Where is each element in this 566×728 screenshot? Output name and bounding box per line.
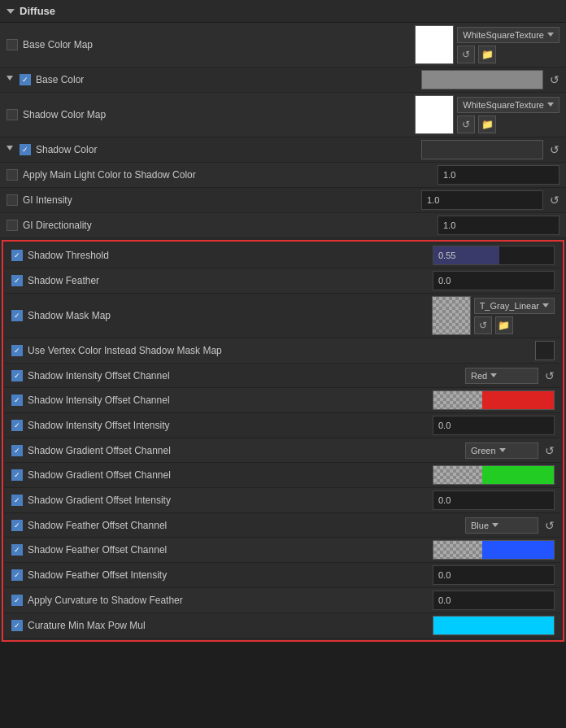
channel-bar-red[interactable]	[433, 390, 555, 410]
texture-preview-base-color-map[interactable]	[415, 25, 454, 64]
label-apply-curvature: Apply Curvature to Shadow Feather	[28, 595, 183, 606]
texture-dropdown-shadow-color-map[interactable]: WhiteSquareTexture	[457, 97, 559, 113]
checkbox-shadow-gradient-ch2[interactable]	[11, 469, 23, 481]
label-gi-directionality: GI Directionality	[23, 220, 92, 231]
input-shadow-feather-intensity[interactable]	[433, 565, 555, 585]
label-use-vertex-color: Use Vertex Color Instead Shadow Mask Map	[28, 345, 222, 356]
highlighted-section: Shadow Threshold 0.55 Shadow Feather	[2, 240, 564, 642]
dropdown-shadow-intensity-ch1[interactable]: Red	[465, 368, 538, 384]
reset-shadow-intensity-ch1[interactable]: ↺	[545, 369, 555, 382]
dropdown-shadow-feather-ch1[interactable]: Blue	[465, 517, 538, 534]
section-header[interactable]: Diffuse	[0, 0, 566, 23]
row-shadow-mask-map: Shadow Mask Map T_Gray_Linear ↺ 📁	[5, 294, 561, 338]
row-label-shadow-feather: Shadow Feather	[11, 275, 428, 286]
label-shadow-color: Shadow Color	[36, 144, 97, 155]
checkbox-shadow-intensity-ch2[interactable]	[11, 395, 23, 406]
checkbox-shadow-intensity-intensity[interactable]	[11, 420, 23, 431]
row-label-use-vertex-color: Use Vertex Color Instead Shadow Mask Map	[11, 345, 530, 356]
control-curvature-min-max	[433, 616, 555, 635]
checkbox-curvature-min-max[interactable]	[11, 620, 23, 631]
checkbox-gi-directionality[interactable]	[7, 220, 18, 231]
row-label-shadow-feather-ch2: Shadow Feather Offset Channel	[11, 544, 428, 556]
checkbox-shadow-color[interactable]	[20, 144, 31, 155]
progress-shadow-threshold[interactable]: 0.55	[433, 246, 555, 265]
checkbox-shadow-feather-intensity[interactable]	[11, 569, 23, 581]
checkbox-base-color[interactable]	[20, 74, 31, 85]
control-base-color: ↺	[421, 70, 559, 89]
control-shadow-intensity-intensity	[433, 416, 555, 435]
row-label-base-color: Base Color	[7, 74, 416, 85]
control-shadow-gradient-ch1: Green ↺	[465, 442, 555, 459]
dropdown-shadow-feather-label: Blue	[471, 521, 489, 530]
input-gi-intensity[interactable]	[421, 190, 543, 210]
input-apply-main-light[interactable]	[438, 165, 559, 185]
checkbox-shadow-gradient-intensity[interactable]	[11, 495, 23, 506]
color-swatch-shadow-color[interactable]	[421, 140, 543, 159]
small-swatch-vertex[interactable]	[535, 341, 555, 360]
reset-gi-intensity[interactable]: ↺	[550, 194, 559, 207]
label-shadow-feather: Shadow Feather	[28, 275, 99, 286]
checkbox-shadow-intensity-ch1[interactable]	[11, 370, 23, 381]
texture-preview-shadow-mask[interactable]	[432, 296, 471, 335]
folder-shadow-mask-btn[interactable]: 📁	[495, 316, 513, 334]
checkbox-gi-intensity[interactable]	[7, 194, 18, 206]
blue-fill	[482, 541, 554, 559]
texture-dropdown-label: WhiteSquareTexture	[463, 30, 544, 40]
checkbox-apply-main-light[interactable]	[7, 169, 18, 181]
row-label-shadow-gradient-ch1: Shadow Gradient Offset Channel	[11, 445, 460, 456]
reset-base-color[interactable]: ↺	[550, 73, 559, 86]
label-shadow-threshold: Shadow Threshold	[28, 250, 109, 261]
folder-btn[interactable]: 📁	[478, 46, 496, 63]
input-shadow-intensity-intensity[interactable]	[433, 416, 555, 435]
control-shadow-intensity-ch2	[433, 390, 555, 410]
reset-shadow-mask-btn[interactable]: ↺	[474, 316, 492, 334]
folder-shadow-btn[interactable]: 📁	[478, 116, 496, 133]
dropdown-arrow-intensity-icon	[490, 373, 497, 377]
color-swatch-base-color[interactable]	[421, 70, 543, 89]
control-shadow-intensity-ch1: Red ↺	[465, 368, 555, 384]
input-shadow-gradient-intensity[interactable]	[433, 490, 555, 510]
checkbox-shadow-mask-map[interactable]	[11, 310, 23, 321]
reset-shadow-texture-btn[interactable]: ↺	[457, 116, 475, 133]
row-apply-curvature: Apply Curvature to Shadow Feather	[5, 588, 561, 613]
channel-bar-blue[interactable]	[433, 540, 555, 560]
input-gi-directionality[interactable]	[438, 216, 559, 235]
input-shadow-feather[interactable]	[433, 271, 555, 290]
checkbox-shadow-feather-ch2[interactable]	[11, 544, 23, 556]
checkbox-shadow-gradient-ch1[interactable]	[11, 445, 23, 456]
row-shadow-gradient-intensity: Shadow Gradient Offset Intensity	[5, 488, 561, 513]
channel-bar-green[interactable]	[433, 465, 555, 485]
control-shadow-color-map: WhiteSquareTexture ↺ 📁	[415, 95, 559, 134]
input-apply-curvature[interactable]	[433, 591, 555, 610]
checkbox-shadow-feather-ch1[interactable]	[11, 520, 23, 531]
row-label-gi-directionality: GI Directionality	[7, 220, 433, 231]
control-shadow-gradient-intensity	[433, 490, 555, 510]
checkbox-shadow-feather[interactable]	[11, 275, 23, 286]
control-shadow-feather-ch1: Blue ↺	[465, 517, 555, 534]
checkbox-shadow-color-map[interactable]	[7, 109, 18, 120]
reset-shadow-feather-ch1[interactable]: ↺	[545, 519, 555, 532]
checkbox-base-color-map[interactable]	[7, 39, 18, 50]
expand-arrow-base-color[interactable]	[7, 76, 13, 84]
row-shadow-intensity-channel-1: Shadow Intensity Offset Channel Red ↺	[5, 364, 561, 388]
label-shadow-gradient-ch2: Shadow Gradient Offset Channel	[28, 469, 171, 481]
checkbox-apply-curvature[interactable]	[11, 595, 23, 606]
texture-preview-shadow-color-map[interactable]	[415, 95, 454, 134]
reset-texture-btn[interactable]: ↺	[457, 46, 475, 63]
texture-dropdown-shadow-mask[interactable]: T_Gray_Linear	[474, 298, 555, 314]
expand-arrow-shadow-color[interactable]	[7, 146, 13, 154]
dropdown-arrow-icon	[547, 33, 554, 37]
texture-dropdown-shadow-mask-label: T_Gray_Linear	[480, 301, 539, 311]
reset-shadow-gradient-ch1[interactable]: ↺	[545, 444, 555, 457]
texture-dropdown-base-color-map[interactable]: WhiteSquareTexture	[457, 27, 559, 43]
checkbox-shadow-threshold[interactable]	[11, 250, 23, 261]
dropdown-shadow-gradient-ch1[interactable]: Green	[465, 442, 538, 459]
collapse-arrow[interactable]	[7, 9, 15, 14]
label-shadow-feather-ch2: Shadow Feather Offset Channel	[28, 544, 167, 556]
reset-shadow-color[interactable]: ↺	[550, 143, 559, 156]
control-shadow-gradient-ch2	[433, 465, 555, 485]
cyan-bar-curvature[interactable]	[433, 616, 555, 635]
label-gi-intensity: GI Intensity	[23, 194, 72, 206]
dropdown-shadow-intensity-label: Red	[471, 371, 487, 381]
checkbox-use-vertex-color[interactable]	[11, 345, 23, 356]
